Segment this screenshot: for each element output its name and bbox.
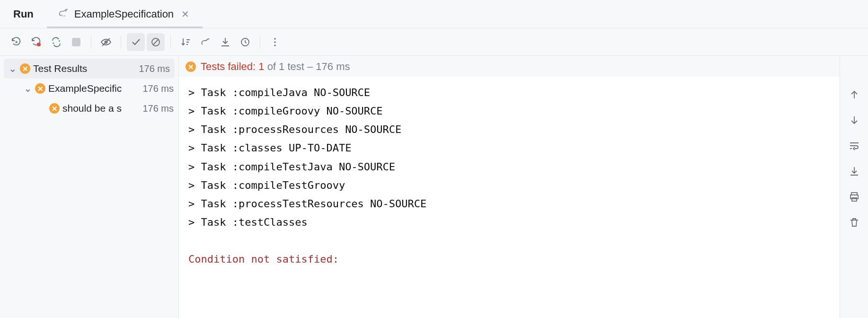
console-line: > Task :classes UP-TO-DATE [188, 139, 830, 157]
svg-rect-12 [852, 198, 857, 201]
tree-node-time: 176 ms [139, 63, 170, 74]
import-tests-button[interactable] [216, 33, 234, 51]
run-body: ⌄ Test Results 176 ms ⌄ ExampleSpecific … [0, 56, 868, 318]
fail-icon [35, 83, 45, 94]
tests-total-info: of 1 test – 176 ms [265, 61, 350, 72]
test-history-button[interactable] [236, 33, 254, 51]
previous-occurrence-button[interactable] [846, 86, 863, 103]
test-results-root[interactable]: ⌄ Test Results 176 ms [4, 59, 175, 79]
toggle-auto-test-button[interactable] [47, 33, 65, 51]
clear-all-button[interactable] [846, 214, 863, 231]
chevron-down-icon[interactable]: ⌄ [24, 83, 32, 94]
console-line: > Task :compileTestGroovy [188, 176, 830, 194]
console-panel: Tests failed: 1 of 1 test – 176 ms > Tas… [179, 56, 840, 318]
fail-icon [20, 63, 30, 74]
console-line: > Task :processResources NO-SOURCE [188, 120, 830, 139]
next-occurrence-button[interactable] [846, 112, 863, 129]
toolbar-separator [170, 35, 171, 49]
sort-button[interactable] [177, 33, 195, 51]
stop-icon [72, 38, 80, 46]
soft-wrap-button[interactable] [846, 137, 863, 154]
test-summary-bar: Tests failed: 1 of 1 test – 176 ms [179, 56, 840, 77]
console-error-line: Condition not satisfied: [188, 250, 830, 268]
stop-button[interactable] [67, 33, 85, 51]
toolbar-separator [121, 35, 121, 49]
tree-node-label: Test Results [33, 63, 136, 74]
console-line: > Task :compileJava NO-SOURCE [188, 83, 830, 102]
rerun-failed-button[interactable] [27, 33, 45, 51]
console-line [188, 231, 830, 250]
tests-failed-count: Tests failed: 1 [201, 61, 265, 72]
svg-point-1 [37, 43, 41, 46]
console-line: > Task :compileGroovy NO-SOURCE [188, 102, 830, 120]
console-line: > Task :processTestResources NO-SOURCE [188, 194, 830, 213]
tree-node-time: 176 ms [142, 103, 174, 114]
tree-node-label: should be a s [62, 103, 140, 114]
console-output[interactable]: > Task :compileJava NO-SOURCE> Task :com… [179, 77, 840, 318]
close-tab-button[interactable]: ✕ [178, 7, 192, 22]
run-tab-bar: Run ExampleSpecification ✕ [0, 0, 868, 28]
svg-point-0 [66, 10, 66, 11]
fail-icon [49, 103, 60, 114]
svg-point-7 [274, 38, 275, 39]
console-area: Tests failed: 1 of 1 test – 176 ms > Tas… [179, 56, 868, 318]
show-passed-toggle[interactable] [97, 33, 115, 51]
rerun-button[interactable] [8, 33, 26, 51]
tree-node-time: 176 ms [142, 83, 174, 94]
more-options-button[interactable] [266, 33, 284, 51]
console-line: > Task :testClasses [188, 213, 830, 231]
scroll-to-end-button[interactable] [846, 163, 863, 180]
tab-active-indicator [47, 26, 203, 28]
console-line: > Task :compileTestJava NO-SOURCE [188, 158, 830, 176]
console-gutter [840, 56, 868, 318]
svg-line-5 [153, 39, 159, 45]
run-config-tab[interactable]: ExampleSpecification ✕ [47, 0, 203, 28]
tab-label: ExampleSpecification [74, 8, 174, 20]
chevron-down-icon[interactable]: ⌄ [9, 63, 17, 74]
print-button[interactable] [846, 188, 863, 205]
toolbar-separator [91, 35, 91, 49]
toolbar-separator [260, 35, 260, 49]
svg-point-8 [274, 41, 275, 43]
expand-all-button[interactable] [196, 33, 214, 51]
run-toolbar [0, 28, 868, 56]
tool-window-title: Run [0, 8, 47, 20]
test-case-node[interactable]: should be a s 176 ms [0, 98, 178, 118]
show-passed-button[interactable] [127, 33, 145, 51]
test-spec-node[interactable]: ⌄ ExampleSpecific 176 ms [0, 79, 178, 98]
svg-point-9 [274, 44, 275, 46]
fail-icon [186, 62, 196, 72]
gradle-elephant-icon [57, 7, 70, 21]
test-tree: ⌄ Test Results 176 ms ⌄ ExampleSpecific … [0, 56, 179, 318]
show-ignored-button[interactable] [147, 33, 165, 51]
tree-node-label: ExampleSpecific [48, 83, 140, 94]
